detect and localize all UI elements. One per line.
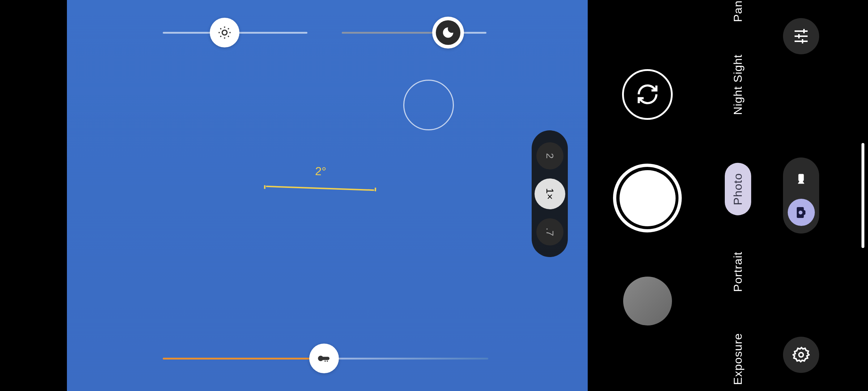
moon-icon — [441, 26, 455, 39]
home-indicator[interactable] — [861, 143, 864, 248]
svg-marker-18 — [798, 181, 804, 184]
zoom-1x-button[interactable]: 1× — [535, 178, 565, 209]
svg-line-8 — [228, 28, 229, 29]
svg-point-0 — [222, 30, 227, 35]
zoom-label: 1× — [544, 188, 556, 199]
shutter-button[interactable] — [613, 164, 682, 232]
mode-pano[interactable]: Pano — [731, 0, 745, 22]
level-line — [266, 186, 374, 191]
mode-exposure[interactable]: Exposure — [731, 333, 745, 385]
thermometer-icon — [318, 352, 331, 365]
video-icon — [795, 172, 808, 185]
level-angle: 2° — [315, 165, 327, 178]
zoom-2x-button[interactable]: 2 — [536, 142, 563, 169]
video-mode-button[interactable] — [788, 165, 815, 192]
mode-label: Night Sight — [731, 54, 744, 115]
mode-photo[interactable]: Photo — [725, 163, 751, 215]
mode-label: Photo — [731, 173, 744, 205]
zoom-selector[interactable]: 2 1× .7 — [532, 130, 568, 257]
camera-viewfinder[interactable]: 2° 2 1× .7 — [67, 0, 588, 391]
edge-column — [774, 0, 828, 391]
modes-column: Pano Night Sight Photo Portrait Exposure — [712, 0, 763, 391]
brightness-icon — [217, 25, 232, 40]
level-indicator: 2° — [265, 176, 375, 201]
shutter-inner — [620, 170, 676, 226]
brightness-slider-thumb[interactable] — [210, 18, 239, 47]
zoom-label: .7 — [544, 227, 556, 236]
adjustments-icon — [792, 28, 810, 45]
camera-icon — [795, 206, 808, 219]
svg-rect-17 — [799, 174, 804, 181]
slider-fill — [342, 32, 447, 34]
brightness-slider[interactable] — [163, 16, 307, 49]
svg-line-7 — [220, 36, 221, 37]
mode-label: Exposure — [731, 333, 744, 385]
svg-line-3 — [220, 28, 221, 29]
temperature-slider-thumb[interactable] — [309, 344, 339, 373]
level-tick-right — [375, 188, 376, 191]
photo-mode-button[interactable] — [788, 199, 815, 226]
controls-column — [615, 0, 680, 391]
temperature-slider[interactable] — [163, 342, 488, 375]
photo-video-toggle[interactable] — [783, 157, 819, 234]
svg-point-20 — [799, 353, 803, 357]
mode-night-sight[interactable]: Night Sight — [731, 54, 745, 115]
switch-camera-button[interactable] — [622, 69, 673, 120]
switch-camera-icon — [636, 83, 659, 106]
shadow-slider[interactable] — [342, 16, 486, 49]
mode-label: Pano — [731, 0, 744, 22]
zoom-07x-button[interactable]: .7 — [536, 218, 563, 245]
zoom-label: 2 — [544, 153, 556, 159]
adjustments-button[interactable] — [783, 18, 819, 54]
mode-label: Portrait — [731, 252, 744, 292]
level-tick-left — [264, 185, 265, 189]
focus-ring[interactable] — [403, 80, 454, 130]
svg-line-4 — [228, 36, 229, 37]
settings-button[interactable] — [783, 337, 819, 373]
gallery-thumbnail-button[interactable] — [623, 277, 672, 325]
shadow-slider-thumb[interactable] — [432, 17, 464, 49]
settings-icon — [792, 346, 810, 363]
mode-portrait[interactable]: Portrait — [731, 252, 745, 292]
